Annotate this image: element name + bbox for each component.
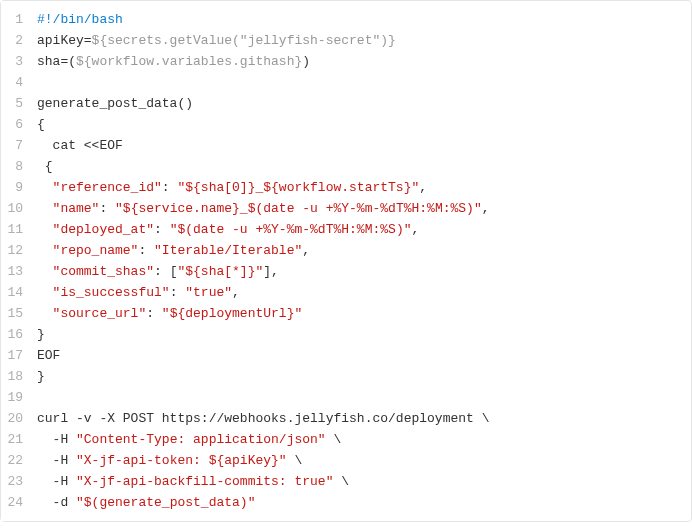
code-line: "name": "${service.name}_$(date -u +%Y-%… [37, 198, 679, 219]
code-token: "commit_shas" [53, 264, 154, 279]
line-number: 24 [1, 492, 31, 513]
line-number: 6 [1, 114, 31, 135]
line-number: 12 [1, 240, 31, 261]
line-number: 2 [1, 30, 31, 51]
code-token [37, 243, 53, 258]
code-line: sha=(${workflow.variables.githash}) [37, 51, 679, 72]
code-line: "reference_id": "${sha[0]}_${workflow.st… [37, 177, 679, 198]
code-block: 123456789101112131415161718192021222324 … [0, 0, 692, 522]
code-token: : [146, 306, 162, 321]
code-token: ${secrets.getValue("jellyfish-secret")} [92, 33, 396, 48]
code-token: "${sha[*]}" [177, 264, 263, 279]
code-line: apiKey=${secrets.getValue("jellyfish-sec… [37, 30, 679, 51]
code-token: { [37, 159, 53, 174]
code-token: "deployed_at" [53, 222, 154, 237]
code-token: "Content-Type: application/json" [76, 432, 326, 447]
code-token: sha=( [37, 54, 76, 69]
code-line: "source_url": "${deploymentUrl}" [37, 303, 679, 324]
code-line: generate_post_data() [37, 93, 679, 114]
line-number: 10 [1, 198, 31, 219]
line-number: 11 [1, 219, 31, 240]
code-token: : [170, 285, 186, 300]
code-token [37, 285, 53, 300]
code-token: : [154, 222, 170, 237]
line-number: 21 [1, 429, 31, 450]
code-line: { [37, 156, 679, 177]
code-token: ${workflow.variables.githash} [76, 54, 302, 69]
line-number: 8 [1, 156, 31, 177]
code-token: "repo_name" [53, 243, 139, 258]
line-number-gutter: 123456789101112131415161718192021222324 [1, 1, 31, 521]
line-number: 15 [1, 303, 31, 324]
line-number: 20 [1, 408, 31, 429]
code-token: "X-jf-api-backfill-commits: true" [76, 474, 333, 489]
code-token: } [37, 327, 45, 342]
code-token: -d [37, 495, 76, 510]
code-token: , [419, 180, 427, 195]
code-line: "deployed_at": "$(date -u +%Y-%m-%dT%H:%… [37, 219, 679, 240]
code-token: EOF [37, 348, 60, 363]
code-token: "$(generate_post_data)" [76, 495, 255, 510]
code-line: "is_successful": "true", [37, 282, 679, 303]
code-token: , [482, 201, 490, 216]
code-token: "${deploymentUrl}" [162, 306, 302, 321]
code-token: apiKey= [37, 33, 92, 48]
code-token: -H [37, 474, 76, 489]
line-number: 17 [1, 345, 31, 366]
code-line: curl -v -X POST https://webhooks.jellyfi… [37, 408, 679, 429]
code-line [37, 387, 679, 408]
code-line: -H "X-jf-api-backfill-commits: true" \ [37, 471, 679, 492]
line-number: 14 [1, 282, 31, 303]
line-number: 3 [1, 51, 31, 72]
code-token: { [37, 117, 45, 132]
code-line: -d "$(generate_post_data)" [37, 492, 679, 513]
code-token: } [37, 369, 45, 384]
code-token: "Iterable/Iterable" [154, 243, 302, 258]
code-token: "source_url" [53, 306, 147, 321]
code-token: "reference_id" [53, 180, 162, 195]
code-token: : [138, 243, 154, 258]
code-token [37, 306, 53, 321]
code-token: "$(date -u +%Y-%m-%dT%H:%M:%S)" [170, 222, 412, 237]
line-number: 13 [1, 261, 31, 282]
code-token: ) [302, 54, 310, 69]
code-token: #!/bin/bash [37, 12, 123, 27]
line-number: 5 [1, 93, 31, 114]
code-token: , [302, 243, 310, 258]
code-token: : [ [154, 264, 177, 279]
code-line: "commit_shas": ["${sha[*]}"], [37, 261, 679, 282]
code-token: "X-jf-api-token: ${apiKey}" [76, 453, 287, 468]
code-line: -H "X-jf-api-token: ${apiKey}" \ [37, 450, 679, 471]
code-token: "${service.name}_$(date -u +%Y-%m-%dT%H:… [115, 201, 482, 216]
code-line: } [37, 366, 679, 387]
line-number: 1 [1, 9, 31, 30]
line-number: 23 [1, 471, 31, 492]
code-token [37, 222, 53, 237]
code-line: cat <<EOF [37, 135, 679, 156]
code-line: } [37, 324, 679, 345]
code-token [37, 264, 53, 279]
code-token: "is_successful" [53, 285, 170, 300]
line-number: 18 [1, 366, 31, 387]
code-line: #!/bin/bash [37, 9, 679, 30]
code-token: : [162, 180, 178, 195]
code-line: "repo_name": "Iterable/Iterable", [37, 240, 679, 261]
line-number: 19 [1, 387, 31, 408]
code-token: \ [287, 453, 303, 468]
code-line: { [37, 114, 679, 135]
code-token: -H [37, 432, 76, 447]
code-token: -H [37, 453, 76, 468]
code-token: curl -v -X POST https://webhooks.jellyfi… [37, 411, 489, 426]
code-token: \ [333, 474, 349, 489]
code-line: EOF [37, 345, 679, 366]
code-line [37, 72, 679, 93]
line-number: 16 [1, 324, 31, 345]
code-token: "true" [185, 285, 232, 300]
line-number: 4 [1, 72, 31, 93]
code-content: #!/bin/bashapiKey=${secrets.getValue("je… [31, 1, 691, 521]
line-number: 7 [1, 135, 31, 156]
line-number: 22 [1, 450, 31, 471]
code-token: \ [326, 432, 342, 447]
code-token: , [232, 285, 240, 300]
code-token [37, 180, 53, 195]
